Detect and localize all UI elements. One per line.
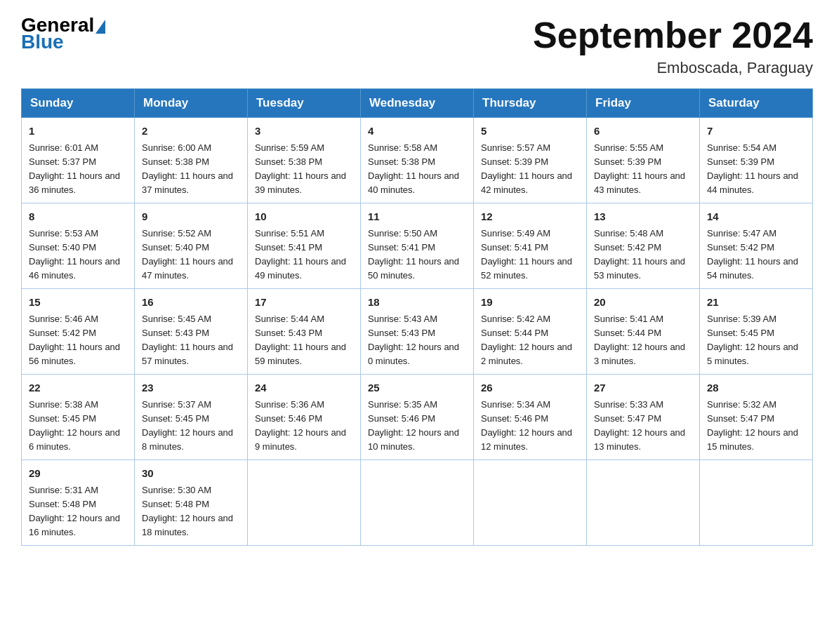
table-row bbox=[474, 460, 587, 546]
table-row: 29Sunrise: 5:31 AMSunset: 5:48 PMDayligh… bbox=[22, 460, 135, 546]
day-info: Sunrise: 5:53 AMSunset: 5:40 PMDaylight:… bbox=[29, 227, 127, 283]
day-info: Sunrise: 5:52 AMSunset: 5:40 PMDaylight:… bbox=[142, 227, 240, 283]
day-info: Sunrise: 5:58 AMSunset: 5:38 PMDaylight:… bbox=[368, 141, 466, 198]
day-number: 21 bbox=[707, 295, 805, 311]
col-saturday: Saturday bbox=[700, 89, 813, 118]
table-row: 1Sunrise: 6:01 AMSunset: 5:37 PMDaylight… bbox=[22, 118, 135, 203]
day-number: 7 bbox=[707, 123, 805, 140]
day-info: Sunrise: 5:34 AMSunset: 5:46 PMDaylight:… bbox=[481, 398, 579, 455]
table-row: 30Sunrise: 5:30 AMSunset: 5:48 PMDayligh… bbox=[135, 460, 248, 546]
table-row: 16Sunrise: 5:45 AMSunset: 5:43 PMDayligh… bbox=[135, 289, 248, 375]
day-info: Sunrise: 5:31 AMSunset: 5:48 PMDaylight:… bbox=[29, 483, 127, 540]
day-number: 30 bbox=[142, 466, 240, 482]
col-monday: Monday bbox=[135, 89, 248, 118]
day-info: Sunrise: 5:49 AMSunset: 5:41 PMDaylight:… bbox=[481, 227, 579, 283]
day-info: Sunrise: 5:45 AMSunset: 5:43 PMDaylight:… bbox=[142, 312, 240, 369]
day-info: Sunrise: 5:48 AMSunset: 5:42 PMDaylight:… bbox=[594, 227, 692, 283]
day-number: 1 bbox=[29, 123, 127, 140]
table-row: 25Sunrise: 5:35 AMSunset: 5:46 PMDayligh… bbox=[361, 375, 474, 460]
day-info: Sunrise: 5:43 AMSunset: 5:43 PMDaylight:… bbox=[368, 312, 466, 369]
table-row: 17Sunrise: 5:44 AMSunset: 5:43 PMDayligh… bbox=[248, 289, 361, 375]
day-number: 24 bbox=[255, 380, 353, 396]
day-number: 12 bbox=[481, 209, 579, 225]
table-row: 28Sunrise: 5:32 AMSunset: 5:47 PMDayligh… bbox=[700, 375, 813, 460]
title-block: September 2024 Emboscada, Paraguay bbox=[533, 14, 813, 77]
day-number: 19 bbox=[481, 295, 579, 311]
day-number: 8 bbox=[29, 209, 127, 225]
table-row: 6Sunrise: 5:55 AMSunset: 5:39 PMDaylight… bbox=[587, 118, 700, 203]
day-info: Sunrise: 5:41 AMSunset: 5:44 PMDaylight:… bbox=[594, 312, 692, 369]
day-info: Sunrise: 5:36 AMSunset: 5:46 PMDaylight:… bbox=[255, 398, 353, 455]
day-info: Sunrise: 5:44 AMSunset: 5:43 PMDaylight:… bbox=[255, 312, 353, 369]
day-number: 6 bbox=[594, 123, 692, 140]
day-number: 10 bbox=[255, 209, 353, 225]
day-number: 5 bbox=[481, 123, 579, 140]
calendar-week-row: 15Sunrise: 5:46 AMSunset: 5:42 PMDayligh… bbox=[22, 289, 813, 375]
table-row: 7Sunrise: 5:54 AMSunset: 5:39 PMDaylight… bbox=[700, 118, 813, 203]
col-thursday: Thursday bbox=[474, 89, 587, 118]
day-info: Sunrise: 6:00 AMSunset: 5:38 PMDaylight:… bbox=[142, 141, 240, 198]
day-number: 11 bbox=[368, 209, 466, 225]
day-number: 22 bbox=[29, 380, 127, 396]
day-info: Sunrise: 5:50 AMSunset: 5:41 PMDaylight:… bbox=[368, 227, 466, 283]
day-info: Sunrise: 5:57 AMSunset: 5:39 PMDaylight:… bbox=[481, 141, 579, 198]
calendar-header-row: Sunday Monday Tuesday Wednesday Thursday… bbox=[22, 89, 813, 118]
day-info: Sunrise: 5:37 AMSunset: 5:45 PMDaylight:… bbox=[142, 398, 240, 455]
day-info: Sunrise: 5:46 AMSunset: 5:42 PMDaylight:… bbox=[29, 312, 127, 369]
table-row: 22Sunrise: 5:38 AMSunset: 5:45 PMDayligh… bbox=[22, 375, 135, 460]
table-row: 9Sunrise: 5:52 AMSunset: 5:40 PMDaylight… bbox=[135, 203, 248, 289]
day-number: 27 bbox=[594, 380, 692, 396]
table-row: 4Sunrise: 5:58 AMSunset: 5:38 PMDaylight… bbox=[361, 118, 474, 203]
table-row: 13Sunrise: 5:48 AMSunset: 5:42 PMDayligh… bbox=[587, 203, 700, 289]
day-number: 2 bbox=[142, 123, 240, 140]
month-title: September 2024 bbox=[533, 14, 813, 56]
day-number: 29 bbox=[29, 466, 127, 482]
table-row: 11Sunrise: 5:50 AMSunset: 5:41 PMDayligh… bbox=[361, 203, 474, 289]
calendar-week-row: 29Sunrise: 5:31 AMSunset: 5:48 PMDayligh… bbox=[22, 460, 813, 546]
day-info: Sunrise: 6:01 AMSunset: 5:37 PMDaylight:… bbox=[29, 141, 127, 198]
calendar-week-row: 1Sunrise: 6:01 AMSunset: 5:37 PMDaylight… bbox=[22, 118, 813, 203]
col-sunday: Sunday bbox=[22, 89, 135, 118]
day-info: Sunrise: 5:51 AMSunset: 5:41 PMDaylight:… bbox=[255, 227, 353, 283]
page-header: General Blue September 2024 Emboscada, P… bbox=[21, 14, 813, 77]
calendar-week-row: 22Sunrise: 5:38 AMSunset: 5:45 PMDayligh… bbox=[22, 375, 813, 460]
day-number: 25 bbox=[368, 380, 466, 396]
day-info: Sunrise: 5:54 AMSunset: 5:39 PMDaylight:… bbox=[707, 141, 805, 198]
day-info: Sunrise: 5:33 AMSunset: 5:47 PMDaylight:… bbox=[594, 398, 692, 455]
col-tuesday: Tuesday bbox=[248, 89, 361, 118]
day-info: Sunrise: 5:59 AMSunset: 5:38 PMDaylight:… bbox=[255, 141, 353, 198]
day-info: Sunrise: 5:39 AMSunset: 5:45 PMDaylight:… bbox=[707, 312, 805, 369]
location-subtitle: Emboscada, Paraguay bbox=[533, 59, 813, 77]
day-info: Sunrise: 5:35 AMSunset: 5:46 PMDaylight:… bbox=[368, 398, 466, 455]
day-number: 17 bbox=[255, 295, 353, 311]
day-number: 28 bbox=[707, 380, 805, 396]
day-number: 18 bbox=[368, 295, 466, 311]
table-row: 8Sunrise: 5:53 AMSunset: 5:40 PMDaylight… bbox=[22, 203, 135, 289]
table-row: 10Sunrise: 5:51 AMSunset: 5:41 PMDayligh… bbox=[248, 203, 361, 289]
table-row bbox=[361, 460, 474, 546]
day-number: 16 bbox=[142, 295, 240, 311]
table-row: 18Sunrise: 5:43 AMSunset: 5:43 PMDayligh… bbox=[361, 289, 474, 375]
table-row: 21Sunrise: 5:39 AMSunset: 5:45 PMDayligh… bbox=[700, 289, 813, 375]
table-row: 27Sunrise: 5:33 AMSunset: 5:47 PMDayligh… bbox=[587, 375, 700, 460]
day-info: Sunrise: 5:32 AMSunset: 5:47 PMDaylight:… bbox=[707, 398, 805, 455]
table-row: 14Sunrise: 5:47 AMSunset: 5:42 PMDayligh… bbox=[700, 203, 813, 289]
day-number: 9 bbox=[142, 209, 240, 225]
day-info: Sunrise: 5:38 AMSunset: 5:45 PMDaylight:… bbox=[29, 398, 127, 455]
table-row: 15Sunrise: 5:46 AMSunset: 5:42 PMDayligh… bbox=[22, 289, 135, 375]
day-info: Sunrise: 5:30 AMSunset: 5:48 PMDaylight:… bbox=[142, 483, 240, 540]
day-number: 3 bbox=[255, 123, 353, 140]
day-number: 23 bbox=[142, 380, 240, 396]
table-row: 24Sunrise: 5:36 AMSunset: 5:46 PMDayligh… bbox=[248, 375, 361, 460]
table-row: 26Sunrise: 5:34 AMSunset: 5:46 PMDayligh… bbox=[474, 375, 587, 460]
day-info: Sunrise: 5:47 AMSunset: 5:42 PMDaylight:… bbox=[707, 227, 805, 283]
day-info: Sunrise: 5:55 AMSunset: 5:39 PMDaylight:… bbox=[594, 141, 692, 198]
table-row: 2Sunrise: 6:00 AMSunset: 5:38 PMDaylight… bbox=[135, 118, 248, 203]
day-number: 15 bbox=[29, 295, 127, 311]
calendar-week-row: 8Sunrise: 5:53 AMSunset: 5:40 PMDaylight… bbox=[22, 203, 813, 289]
logo-triangle-icon bbox=[95, 20, 105, 34]
day-number: 4 bbox=[368, 123, 466, 140]
day-number: 13 bbox=[594, 209, 692, 225]
col-wednesday: Wednesday bbox=[361, 89, 474, 118]
table-row bbox=[587, 460, 700, 546]
